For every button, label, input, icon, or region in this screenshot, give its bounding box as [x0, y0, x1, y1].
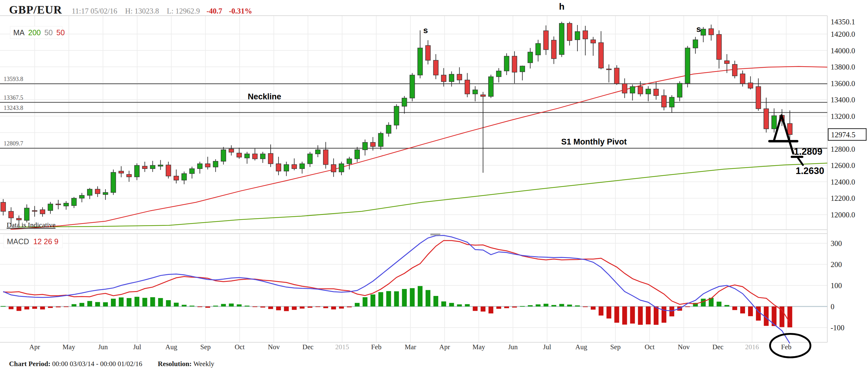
month-axis-label: Dec — [302, 343, 313, 351]
macd-hist-bar-up — [142, 298, 147, 306]
candle-up — [134, 165, 139, 177]
candle-up — [190, 169, 194, 173]
candle-up — [670, 97, 674, 107]
candle-down — [457, 74, 462, 80]
macd-hist-bar-down — [607, 306, 611, 318]
candle-down — [756, 87, 761, 109]
macd-hist-bar-down — [646, 306, 651, 325]
macd-hist-bar-up — [80, 303, 84, 306]
candle-down — [237, 153, 242, 157]
candle-down — [654, 89, 658, 96]
macd-hist-bar-down — [268, 306, 273, 309]
resolution-label: Resolution: — [158, 360, 192, 368]
candle-up — [677, 83, 682, 97]
macd-hist-bar-down — [748, 306, 753, 316]
ma-indicator-legend[interactable]: MA 200 50 50 — [10, 26, 62, 39]
candle-up — [48, 204, 53, 210]
macd-hist-bar-down — [756, 306, 761, 321]
macd-axis-label: 200 — [831, 261, 842, 269]
macd-main-line — [3, 235, 790, 343]
candle-down — [370, 142, 375, 146]
candle-up — [575, 32, 580, 40]
macd-hist-bar-down — [292, 306, 297, 310]
candle-down — [717, 34, 721, 59]
price-axis-label: 14200.0 — [831, 30, 855, 38]
candle-down — [17, 218, 22, 220]
macd-hist-bar-down — [473, 306, 478, 311]
candle-up — [64, 203, 68, 206]
candle-down — [253, 154, 257, 159]
price-chart-canvas[interactable]: 13593.813367.513243.812809.714350.114200… — [0, 0, 868, 370]
month-axis-label: Feb — [781, 343, 792, 351]
neckline-annotation: Neckline — [248, 92, 281, 101]
candle-up — [630, 87, 635, 93]
candle-up — [260, 154, 265, 159]
candle-up — [489, 77, 493, 96]
head-annotation: h — [559, 1, 564, 11]
macd-hist-bar-up — [119, 297, 124, 306]
price-axis-label: 14350.1 — [831, 18, 855, 26]
month-axis-label: Sep — [610, 343, 621, 351]
month-axis-label: Jun — [508, 343, 518, 351]
macd-hist-bar-up — [449, 303, 454, 306]
macd-hist-bar-down — [253, 306, 257, 307]
macd-hist-bar-up — [150, 297, 155, 306]
candle-up — [87, 189, 92, 195]
macd-hist-bar-down — [260, 306, 265, 308]
candle-up — [111, 172, 116, 193]
candle-down — [661, 96, 666, 107]
change-percent: -0.31% — [229, 7, 252, 15]
macd-hist-bar-down — [300, 306, 304, 309]
candle-up — [402, 98, 407, 106]
candle-down — [724, 61, 730, 64]
macd-hist-bar-down — [9, 306, 13, 309]
candle-up — [182, 174, 187, 180]
right-shoulder-annotation: s — [696, 24, 701, 34]
candle-up — [221, 150, 226, 161]
macd-hist-bar-down — [512, 306, 517, 308]
ma-label: MA — [13, 28, 25, 37]
macd-hist-bar-up — [103, 302, 108, 306]
candle-down — [229, 149, 234, 152]
macd-axis-label: 100 — [831, 281, 842, 290]
macd-axis-label: 300 — [831, 239, 842, 247]
candle-up — [347, 159, 352, 164]
candle-up — [300, 164, 304, 169]
candle-up — [685, 48, 690, 83]
candle-down — [512, 56, 517, 72]
macd-hist-bar-up — [575, 306, 580, 307]
candle-down — [1, 202, 6, 211]
macd-hist-bar-down — [24, 306, 29, 309]
macd-hist-bar-down — [614, 306, 619, 323]
month-axis-label: Oct — [645, 343, 655, 351]
candle-down — [481, 95, 486, 96]
candle-up — [386, 125, 391, 133]
macd-hist-bar-down — [339, 306, 344, 309]
macd-hist-bar-down — [56, 306, 61, 307]
candle-down — [748, 83, 753, 88]
candle-up — [535, 43, 540, 55]
macd-hist-bar-up — [465, 304, 470, 306]
macd-hist-bar-up — [72, 304, 76, 306]
macd-indicator-legend[interactable]: MACD 12 26 9 — [4, 235, 63, 248]
price-axis-label: 13600.0 — [831, 79, 855, 88]
macd-hist-bar-up — [95, 302, 100, 306]
macd-hist-bar-up — [567, 305, 572, 306]
macd-label: MACD — [7, 237, 29, 246]
macd-hist-bar-down — [638, 306, 643, 325]
macd-hist-bar-up — [717, 302, 721, 306]
macd-hist-bar-down — [622, 306, 627, 325]
candle-up — [701, 29, 706, 35]
candle-up — [315, 150, 320, 154]
macd-hist-bar-up — [457, 304, 462, 306]
macd-hist-bar-up — [370, 295, 375, 306]
month-axis-label: Oct — [235, 343, 245, 351]
macd-hist-bar-up — [426, 290, 430, 306]
candle-down — [787, 124, 792, 135]
candle-up — [80, 195, 84, 198]
candle-up — [410, 75, 415, 98]
candle-down — [433, 60, 438, 75]
candle-down — [764, 109, 769, 129]
high-value: H: 13023.8 — [125, 7, 159, 15]
candle-down — [465, 80, 470, 94]
